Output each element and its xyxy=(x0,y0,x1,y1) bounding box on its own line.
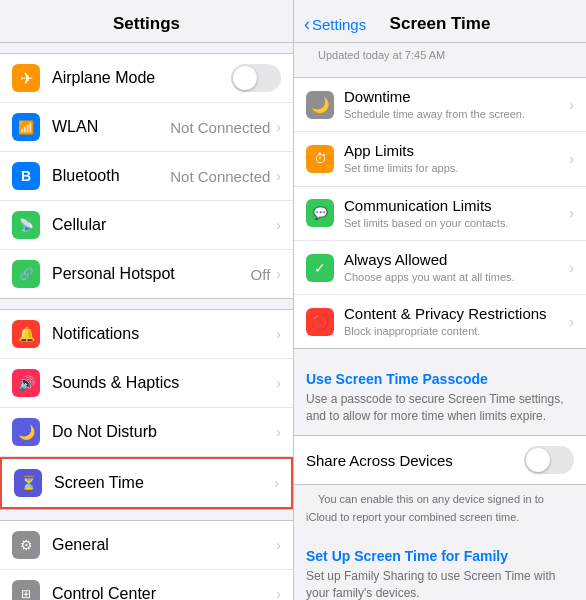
applimits-item[interactable]: ⏱ App Limits Set time limits for apps. › xyxy=(294,132,586,186)
hotspot-chevron: › xyxy=(276,266,281,282)
wlan-icon: 📶 xyxy=(12,113,40,141)
contentprivacy-title: Content & Privacy Restrictions xyxy=(344,305,565,323)
dnd-icon: 🌙 xyxy=(12,418,40,446)
back-label: Settings xyxy=(312,16,366,33)
applimits-text: App Limits Set time limits for apps. xyxy=(344,142,565,175)
bluetooth-chevron: › xyxy=(276,168,281,184)
general-chevron: › xyxy=(276,537,281,553)
airplane-icon: ✈ xyxy=(12,64,40,92)
family-header[interactable]: Set Up Screen Time for Family xyxy=(294,536,586,568)
hotspot-icon: 🔗 xyxy=(12,260,40,288)
bluetooth-value: Not Connected xyxy=(170,168,270,185)
share-row: Share Across Devices xyxy=(294,435,586,485)
family-body: Set up Family Sharing to use Screen Time… xyxy=(294,568,586,600)
general-group: ⚙ General › ⊞ Control Center › ☀ Display… xyxy=(0,520,293,600)
share-body-container: You can enable this on any device signed… xyxy=(294,485,586,534)
general-item[interactable]: ⚙ General › xyxy=(0,521,293,570)
settings-panel: Settings ✈ Airplane Mode 📶 WLAN Not Conn… xyxy=(0,0,293,600)
commlimits-icon: 💬 xyxy=(306,199,334,227)
commlimits-subtitle: Set limits based on your contacts. xyxy=(344,216,565,230)
wlan-item[interactable]: 📶 WLAN Not Connected › xyxy=(0,103,293,152)
notifications-label: Notifications xyxy=(52,325,274,343)
wlan-chevron: › xyxy=(276,119,281,135)
notifications-group: 🔔 Notifications › 🔊 Sounds & Haptics › 🌙… xyxy=(0,309,293,510)
screentime-label: Screen Time xyxy=(54,474,272,492)
screentime-items-group: 🌙 Downtime Schedule time away from the s… xyxy=(294,77,586,349)
contentprivacy-chevron: › xyxy=(569,314,574,330)
cellular-chevron: › xyxy=(276,217,281,233)
alwaysallowed-icon: ✓ xyxy=(306,254,334,282)
sounds-icon: 🔊 xyxy=(12,369,40,397)
cellular-label: Cellular xyxy=(52,216,274,234)
wlan-label: WLAN xyxy=(52,118,170,136)
downtime-title: Downtime xyxy=(344,88,565,106)
right-header: ‹ Settings Screen Time xyxy=(294,0,586,43)
alwaysallowed-text: Always Allowed Choose apps you want at a… xyxy=(344,251,565,284)
contentprivacy-text: Content & Privacy Restrictions Block ina… xyxy=(344,305,565,338)
bluetooth-item[interactable]: B Bluetooth Not Connected › xyxy=(0,152,293,201)
downtime-subtitle: Schedule time away from the screen. xyxy=(344,107,565,121)
screentime-item[interactable]: ⏳ Screen Time › xyxy=(0,457,293,509)
controlcenter-label: Control Center xyxy=(52,585,274,600)
applimits-subtitle: Set time limits for apps. xyxy=(344,161,565,175)
downtime-item[interactable]: 🌙 Downtime Schedule time away from the s… xyxy=(294,78,586,132)
dnd-chevron: › xyxy=(276,424,281,440)
updated-text: Updated today at 7:45 AM xyxy=(306,45,457,65)
general-label: General xyxy=(52,536,274,554)
downtime-text: Downtime Schedule time away from the scr… xyxy=(344,88,565,121)
hotspot-value: Off xyxy=(251,266,271,283)
alwaysallowed-title: Always Allowed xyxy=(344,251,565,269)
notifications-item[interactable]: 🔔 Notifications › xyxy=(0,310,293,359)
airplane-toggle[interactable] xyxy=(231,64,281,92)
wlan-value: Not Connected xyxy=(170,119,270,136)
contentprivacy-subtitle: Block inappropriate content. xyxy=(344,324,565,338)
bluetooth-label: Bluetooth xyxy=(52,167,170,185)
applimits-title: App Limits xyxy=(344,142,565,160)
controlcenter-icon: ⊞ xyxy=(12,580,40,600)
cellular-icon: 📡 xyxy=(12,211,40,239)
sounds-item[interactable]: 🔊 Sounds & Haptics › xyxy=(0,359,293,408)
alwaysallowed-subtitle: Choose apps you want at all times. xyxy=(344,270,565,284)
contentprivacy-icon: 🚫 xyxy=(306,308,334,336)
screentime-chevron: › xyxy=(274,475,279,491)
hotspot-label: Personal Hotspot xyxy=(52,265,251,283)
passcode-header[interactable]: Use Screen Time Passcode xyxy=(294,359,586,391)
alwaysallowed-chevron: › xyxy=(569,260,574,276)
family-section: Set Up Screen Time for Family Set up Fam… xyxy=(294,536,586,600)
share-toggle[interactable] xyxy=(524,446,574,474)
commlimits-chevron: › xyxy=(569,205,574,221)
screentime-detail-panel: ‹ Settings Screen Time Updated today at … xyxy=(293,0,586,600)
screentime-icon: ⏳ xyxy=(14,469,42,497)
controlcenter-item[interactable]: ⊞ Control Center › xyxy=(0,570,293,600)
notifications-icon: 🔔 xyxy=(12,320,40,348)
downtime-icon: 🌙 xyxy=(306,91,334,119)
contentprivacy-item[interactable]: 🚫 Content & Privacy Restrictions Block i… xyxy=(294,295,586,348)
passcode-body: Use a passcode to secure Screen Time set… xyxy=(294,391,586,435)
commlimits-item[interactable]: 💬 Communication Limits Set limits based … xyxy=(294,187,586,241)
alwaysallowed-item[interactable]: ✓ Always Allowed Choose apps you want at… xyxy=(294,241,586,295)
airplane-label: Airplane Mode xyxy=(52,69,231,87)
commlimits-text: Communication Limits Set limits based on… xyxy=(344,197,565,230)
right-panel-title: Screen Time xyxy=(390,14,491,34)
sounds-chevron: › xyxy=(276,375,281,391)
notifications-chevron: › xyxy=(276,326,281,342)
downtime-chevron: › xyxy=(569,97,574,113)
cellular-item[interactable]: 📡 Cellular › xyxy=(0,201,293,250)
applimits-icon: ⏱ xyxy=(306,145,334,173)
dnd-label: Do Not Disturb xyxy=(52,423,274,441)
connectivity-group: ✈ Airplane Mode 📶 WLAN Not Connected › B… xyxy=(0,53,293,299)
back-chevron-icon: ‹ xyxy=(304,14,310,35)
settings-title: Settings xyxy=(0,0,293,43)
bluetooth-icon: B xyxy=(12,162,40,190)
airplane-mode-item[interactable]: ✈ Airplane Mode xyxy=(0,54,293,103)
dnd-item[interactable]: 🌙 Do Not Disturb › xyxy=(0,408,293,457)
hotspot-item[interactable]: 🔗 Personal Hotspot Off › xyxy=(0,250,293,298)
share-body: You can enable this on any device signed… xyxy=(306,493,544,533)
general-icon: ⚙ xyxy=(12,531,40,559)
commlimits-title: Communication Limits xyxy=(344,197,565,215)
passcode-section: Use Screen Time Passcode Use a passcode … xyxy=(294,359,586,435)
share-label: Share Across Devices xyxy=(306,452,453,469)
updated-text-container: Updated today at 7:45 AM xyxy=(294,43,586,67)
controlcenter-chevron: › xyxy=(276,586,281,600)
back-button[interactable]: ‹ Settings xyxy=(304,14,366,35)
